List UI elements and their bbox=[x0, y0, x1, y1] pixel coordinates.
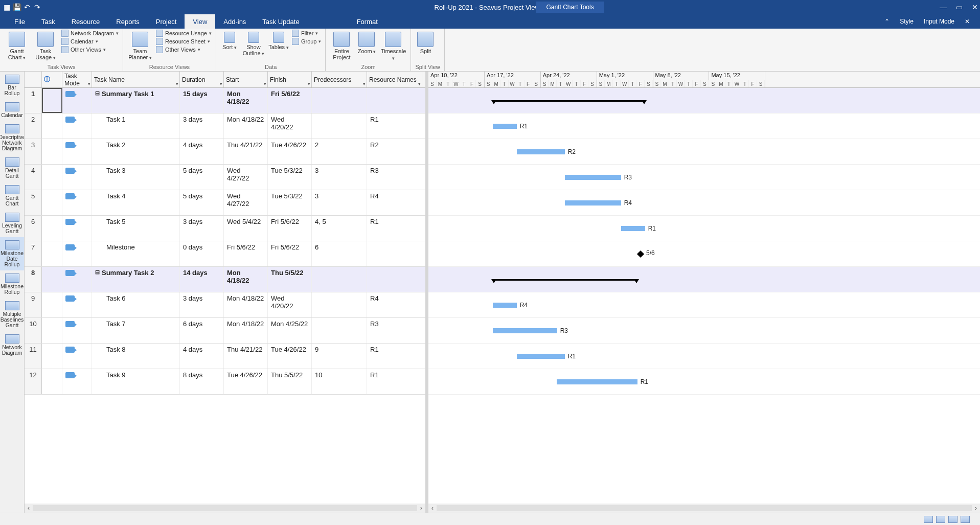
task-mode-cell[interactable] bbox=[62, 318, 92, 343]
gantt-hscroll[interactable]: ‹ › bbox=[428, 504, 980, 513]
resource-cell[interactable]: R2 bbox=[367, 139, 422, 164]
view-sidebar-item[interactable]: Bar Rollup bbox=[0, 72, 24, 99]
group-button[interactable]: Group bbox=[292, 38, 322, 45]
task-name-cell[interactable]: Task 4 bbox=[92, 190, 180, 215]
resource-cell[interactable]: R3 bbox=[367, 165, 422, 190]
team-planner-button[interactable]: Team Planner bbox=[127, 30, 153, 61]
chevron-down-icon[interactable]: ▾ bbox=[264, 81, 266, 86]
finish-cell[interactable]: Fri 5/6/22 bbox=[268, 216, 312, 241]
table-row[interactable]: 5Task 45 daysWed 4/27/22Tue 5/3/223R4 bbox=[25, 190, 425, 216]
resource-sheet-button[interactable]: Resource Sheet bbox=[156, 38, 212, 45]
start-cell[interactable]: Mon 4/18/22 bbox=[224, 267, 268, 292]
column-header[interactable]: Task Name▾ bbox=[92, 72, 180, 87]
task-bar[interactable]: R1 bbox=[557, 379, 637, 384]
entire-project-button[interactable]: Entire Project bbox=[330, 30, 353, 60]
minimize-icon[interactable]: — bbox=[940, 3, 947, 11]
duration-cell[interactable]: 8 days bbox=[180, 369, 224, 394]
table-hscroll[interactable]: ‹ › bbox=[25, 504, 425, 513]
column-header[interactable]: Start▾ bbox=[224, 72, 268, 87]
column-header[interactable]: Task Mode▾ bbox=[62, 72, 92, 87]
task-mode-cell[interactable] bbox=[62, 369, 92, 394]
task-bar[interactable]: R2 bbox=[517, 149, 565, 154]
resource-cell[interactable]: R3 bbox=[367, 318, 422, 343]
undo-icon[interactable]: ↶ bbox=[22, 3, 32, 12]
task-name-cell[interactable]: Task 5 bbox=[92, 216, 180, 241]
task-bar[interactable]: R1 bbox=[621, 226, 645, 231]
row-number[interactable]: 9 bbox=[25, 292, 42, 317]
predecessors-cell[interactable] bbox=[312, 113, 367, 139]
duration-cell[interactable]: 5 days bbox=[180, 190, 224, 215]
summary-bar[interactable] bbox=[493, 279, 637, 281]
tab-resource[interactable]: Resource bbox=[63, 14, 108, 29]
start-cell[interactable]: Mon 4/18/22 bbox=[224, 88, 268, 113]
duration-cell[interactable]: 6 days bbox=[180, 318, 224, 343]
duration-cell[interactable]: 4 days bbox=[180, 344, 224, 369]
table-row[interactable]: 1Summary Task 115 daysMon 4/18/22Fri 5/6… bbox=[25, 88, 425, 113]
row-number[interactable]: 6 bbox=[25, 216, 42, 241]
finish-cell[interactable]: Thu 5/5/22 bbox=[268, 369, 312, 394]
finish-cell[interactable]: Wed 4/20/22 bbox=[268, 113, 312, 139]
predecessors-cell[interactable]: 9 bbox=[312, 344, 367, 369]
save-icon[interactable]: 💾 bbox=[12, 3, 21, 12]
view-mode-3-icon[interactable] bbox=[948, 516, 958, 523]
predecessors-cell[interactable] bbox=[312, 318, 367, 343]
task-name-cell[interactable]: Task 7 bbox=[92, 318, 180, 343]
network-diagram-button[interactable]: Network Diagram bbox=[61, 30, 119, 37]
resource-cell[interactable]: R4 bbox=[367, 292, 422, 317]
milestone-diamond-icon[interactable] bbox=[637, 250, 644, 258]
duration-cell[interactable]: 3 days bbox=[180, 113, 224, 139]
finish-cell[interactable]: Wed 4/20/22 bbox=[268, 292, 312, 317]
resource-cell[interactable]: R1 bbox=[367, 113, 422, 139]
view-sidebar-item[interactable]: Descriptive Network Diagram bbox=[0, 121, 24, 154]
table-row[interactable]: 11Task 84 daysThu 4/21/22Tue 4/26/229R1 bbox=[25, 344, 425, 369]
style-link[interactable]: Style bbox=[900, 18, 914, 25]
close-icon[interactable]: ✕ bbox=[972, 3, 978, 11]
tab-task[interactable]: Task bbox=[33, 14, 63, 29]
row-number[interactable]: 11 bbox=[25, 344, 42, 369]
start-cell[interactable]: Mon 4/18/22 bbox=[224, 292, 268, 317]
scroll-right-icon[interactable]: › bbox=[972, 505, 980, 512]
chevron-down-icon[interactable]: ▾ bbox=[88, 81, 90, 86]
row-number[interactable]: 10 bbox=[25, 318, 42, 343]
view-mode-2-icon[interactable] bbox=[936, 516, 945, 523]
task-mode-cell[interactable] bbox=[62, 113, 92, 139]
predecessors-cell[interactable]: 6 bbox=[312, 241, 367, 266]
row-number[interactable]: 7 bbox=[25, 241, 42, 266]
table-row[interactable]: 3Task 24 daysThu 4/21/22Tue 4/26/222R2 bbox=[25, 139, 425, 165]
filter-button[interactable]: Filter bbox=[292, 30, 322, 37]
task-bar[interactable]: R3 bbox=[493, 328, 557, 333]
task-mode-cell[interactable] bbox=[62, 88, 92, 113]
task-name-cell[interactable]: Milestone bbox=[92, 241, 180, 266]
duration-cell[interactable]: 3 days bbox=[180, 216, 224, 241]
task-name-cell[interactable]: Summary Task 2 bbox=[92, 267, 180, 292]
finish-cell[interactable]: Mon 4/25/22 bbox=[268, 318, 312, 343]
resource-cell[interactable] bbox=[367, 88, 422, 113]
tab-view[interactable]: View bbox=[185, 14, 215, 29]
task-bar[interactable]: R1 bbox=[517, 354, 565, 359]
resource-usage-button[interactable]: Resource Usage bbox=[156, 30, 212, 37]
input-mode-link[interactable]: Input Mode bbox=[924, 18, 954, 25]
finish-cell[interactable]: Fri 5/6/22 bbox=[268, 88, 312, 113]
predecessors-cell[interactable]: 3 bbox=[312, 190, 367, 215]
redo-icon[interactable]: ↷ bbox=[33, 3, 42, 12]
start-cell[interactable]: Thu 4/21/22 bbox=[224, 344, 268, 369]
predecessors-cell[interactable]: 2 bbox=[312, 139, 367, 164]
start-cell[interactable]: Wed 4/27/22 bbox=[224, 165, 268, 190]
view-sidebar-item[interactable]: Multiple Baselines Gantt bbox=[0, 298, 24, 331]
collapse-ribbon-icon[interactable]: ⌃ bbox=[884, 18, 890, 25]
scroll-track[interactable] bbox=[33, 505, 417, 511]
start-cell[interactable]: Wed 4/27/22 bbox=[224, 190, 268, 215]
predecessors-cell[interactable] bbox=[312, 267, 367, 292]
task-name-cell[interactable]: Task 9 bbox=[92, 369, 180, 394]
tab-format[interactable]: Format bbox=[349, 14, 386, 29]
task-mode-cell[interactable] bbox=[62, 165, 92, 190]
scroll-right-icon[interactable]: › bbox=[417, 505, 425, 512]
start-cell[interactable]: Thu 4/21/22 bbox=[224, 139, 268, 164]
duration-cell[interactable]: 14 days bbox=[180, 267, 224, 292]
column-header[interactable]: Duration▾ bbox=[180, 72, 224, 87]
resource-cell[interactable]: R1 bbox=[367, 344, 422, 369]
view-mode-1-icon[interactable] bbox=[924, 516, 933, 523]
contextual-tool-tab[interactable]: Gantt Chart Tools bbox=[536, 2, 604, 13]
chevron-down-icon[interactable]: ▾ bbox=[220, 81, 222, 86]
start-cell[interactable]: Fri 5/6/22 bbox=[224, 241, 268, 266]
